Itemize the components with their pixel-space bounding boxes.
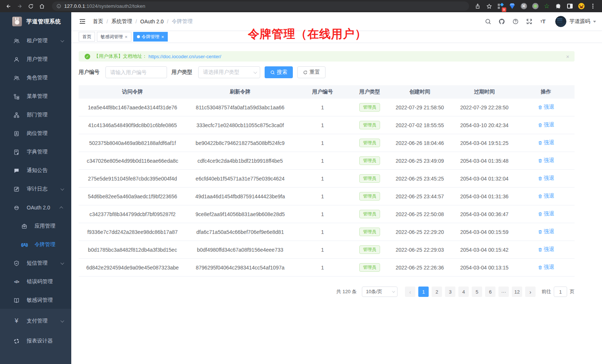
command-extension-icon[interactable]: ⌘ bbox=[520, 2, 528, 10]
tab-home[interactable]: 首页 bbox=[79, 32, 95, 42]
org-icon bbox=[13, 112, 20, 118]
page-1-button[interactable]: 1 bbox=[418, 287, 429, 297]
close-tab-icon[interactable]: × bbox=[161, 34, 164, 39]
sidebar-item-audit-log[interactable]: 审计日志 bbox=[0, 180, 71, 198]
force-logout-button[interactable]: 强退 bbox=[538, 193, 554, 199]
force-logout-button[interactable]: 强退 bbox=[538, 246, 554, 253]
breadcrumb-item[interactable]: OAuth 2.0 bbox=[140, 19, 164, 24]
browser-home-icon[interactable] bbox=[37, 1, 47, 11]
address-bar[interactable]: 127.0.0.1:1024/system/oauth2/token bbox=[52, 1, 469, 11]
user-type-badge: 管理员 bbox=[359, 103, 380, 112]
gem-extension-icon[interactable] bbox=[508, 2, 516, 10]
sidebar-item-sms[interactable]: 短信管理 bbox=[0, 254, 71, 272]
sidebar-item-user[interactable]: 用户管理 bbox=[0, 50, 71, 69]
sidebar-item-notice[interactable]: 通知公告 bbox=[0, 161, 71, 180]
browser-menu-icon[interactable] bbox=[589, 2, 597, 10]
user-menu[interactable]: 芋道源码 bbox=[555, 16, 596, 27]
sidebar-item-error-code[interactable]: </>错误码管理 bbox=[0, 272, 71, 291]
created-time-cell: 2022-07-29 21:58:50 bbox=[388, 105, 451, 110]
sidebar-item-oauth2[interactable]: OAuth 2.0 bbox=[0, 198, 71, 217]
search-button[interactable]: 搜索 bbox=[265, 66, 293, 78]
user-type-badge: 管理员 bbox=[359, 192, 380, 201]
sidebar-item-tenant[interactable]: 租户管理 bbox=[0, 32, 71, 50]
user-id-cell: 1 bbox=[294, 158, 351, 164]
force-logout-button[interactable]: 强退 bbox=[538, 157, 554, 164]
bookmark-star-icon[interactable] bbox=[485, 2, 493, 10]
page-size-select[interactable]: 10条/页 bbox=[362, 287, 397, 297]
fullscreen-icon[interactable] bbox=[526, 18, 533, 25]
page-4-button[interactable]: 4 bbox=[458, 287, 469, 297]
search-icon[interactable] bbox=[484, 18, 492, 25]
sidebar-item-oauth2-app[interactable]: 应用管理 bbox=[0, 217, 71, 235]
sidebar-item-sensitive-word[interactable]: 敏感词管理 bbox=[0, 291, 71, 310]
sidebar-item-menu[interactable]: 菜单管理 bbox=[0, 87, 71, 106]
next-page-button[interactable]: › bbox=[525, 287, 536, 297]
chevron-down-icon bbox=[60, 261, 64, 265]
sidebar-item-role[interactable]: 角色管理 bbox=[0, 69, 71, 87]
browser-reload-icon[interactable] bbox=[26, 1, 36, 11]
force-logout-button[interactable]: 强退 bbox=[538, 228, 554, 235]
page-3-button[interactable]: 3 bbox=[445, 287, 455, 297]
sidebar-item-dict[interactable]: 字典管理 bbox=[0, 143, 71, 161]
close-tab-icon[interactable]: × bbox=[125, 34, 128, 39]
app-logo-row[interactable]: 芋道管理系统 bbox=[0, 12, 71, 31]
page-2-button[interactable]: 2 bbox=[432, 287, 442, 297]
breadcrumb-item[interactable]: 首页 bbox=[93, 18, 103, 25]
force-logout-button[interactable]: 强退 bbox=[538, 104, 554, 110]
refresh-token-cell: e6cfd40eb1f54571a31e775e039c4624 bbox=[186, 176, 294, 182]
col-created-time: 创建时间 bbox=[388, 89, 451, 95]
sidebar-toggle-icon[interactable] bbox=[77, 16, 88, 27]
profile-avatar-icon[interactable] bbox=[577, 2, 585, 10]
side-panel-icon[interactable] bbox=[566, 2, 574, 10]
prev-page-button[interactable]: ‹ bbox=[405, 287, 415, 297]
browser-back-icon[interactable] bbox=[4, 1, 13, 11]
puzzle-extension-icon[interactable] bbox=[554, 2, 562, 10]
page-5-button[interactable]: 5 bbox=[472, 287, 482, 297]
url-path: :1024/system/oauth2/token bbox=[85, 3, 145, 9]
sidebar-item-label: 审计日志 bbox=[27, 186, 48, 192]
page-more-button[interactable]: ··· bbox=[498, 287, 509, 297]
tab-oauth2-token[interactable]: 令牌管理× bbox=[133, 32, 168, 42]
github-icon[interactable] bbox=[498, 18, 506, 25]
force-logout-button[interactable]: 强退 bbox=[538, 264, 554, 271]
sidebar-item-post[interactable]: 岗位管理 bbox=[0, 124, 71, 143]
user-id-input[interactable] bbox=[105, 66, 167, 78]
help-icon[interactable] bbox=[512, 18, 519, 25]
doc-link[interactable]: https://doc.iocoder.cn/user-center/ bbox=[148, 54, 221, 59]
page-12-button[interactable]: 12 bbox=[512, 287, 522, 297]
sidebar-item-pay[interactable]: ¥支付管理 bbox=[0, 311, 71, 331]
force-logout-button[interactable]: 强退 bbox=[538, 175, 554, 182]
goto-page-input[interactable] bbox=[554, 287, 567, 297]
force-logout-button[interactable]: 强退 bbox=[538, 122, 554, 128]
col-refresh-token: 刷新令牌 bbox=[186, 89, 294, 95]
delete-icon bbox=[538, 123, 543, 128]
created-time-cell: 2022-06-25 23:49:09 bbox=[388, 158, 451, 164]
sidebar-item-dept[interactable]: 部门管理 bbox=[0, 106, 71, 124]
force-logout-button[interactable]: 强退 bbox=[538, 211, 554, 217]
reset-button[interactable]: 重置 bbox=[297, 66, 325, 78]
actions-cell: 强退 bbox=[517, 104, 575, 111]
sidebar-item-oauth2-token[interactable]: ((A))令牌管理 bbox=[0, 235, 71, 254]
tab-sensitive-word[interactable]: 敏感词管理× bbox=[97, 32, 131, 42]
force-logout-button[interactable]: 强退 bbox=[538, 139, 554, 146]
actions-cell: 强退 bbox=[517, 175, 575, 182]
user-type-badge: 管理员 bbox=[359, 245, 380, 254]
font-size-icon[interactable]: тT bbox=[539, 18, 547, 25]
user-type-select[interactable]: 请选择用户类型 bbox=[198, 66, 260, 78]
record-extension-icon[interactable] bbox=[531, 2, 539, 10]
extension-grid-icon[interactable]: 9 bbox=[497, 2, 505, 10]
page-6-button[interactable]: 6 bbox=[485, 287, 495, 297]
close-alert-icon[interactable]: × bbox=[566, 53, 569, 60]
breadcrumb-item[interactable]: 系统管理 bbox=[111, 18, 132, 25]
share-icon[interactable] bbox=[474, 2, 482, 10]
doc-alert: ✓ 【用户体系】文档地址： https://doc.iocoder.cn/use… bbox=[79, 51, 575, 62]
browser-forward-icon[interactable] bbox=[15, 1, 24, 11]
actions-cell: 强退 bbox=[517, 211, 575, 218]
sidebar-item-report-designer[interactable]: 报表设计器 bbox=[0, 331, 71, 351]
briefcase-icon bbox=[21, 223, 27, 229]
total-count: 共 120 条 bbox=[336, 288, 357, 295]
site-info-icon[interactable] bbox=[56, 4, 61, 9]
yen-icon: ¥ bbox=[13, 318, 20, 324]
star-extension-icon[interactable]: ☆ bbox=[543, 2, 551, 10]
table-row: 275e5de9151045fe87cbdc395e004f4d e6cfd40… bbox=[79, 170, 575, 188]
